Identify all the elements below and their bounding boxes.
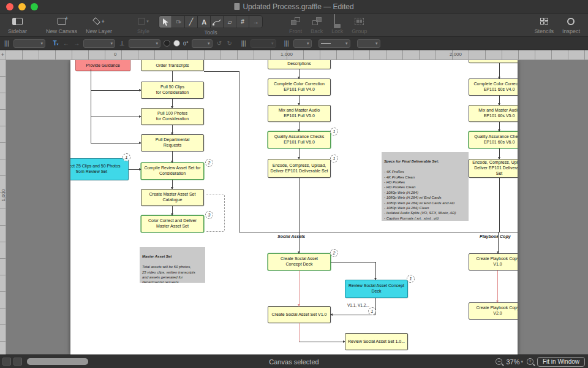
stroke-pattern-select[interactable]: ▾ (293, 39, 312, 48)
review-badge[interactable]: 1 (330, 128, 338, 136)
note-master-asset-set[interactable]: Master Asset Set Total assets will be 50… (140, 247, 205, 283)
node-qa-60s[interactable]: Quality Assurance Checks EP101 60s V6.0 (469, 131, 518, 148)
node-social-concept-deck[interactable]: Create Social Asset Concept Deck (268, 253, 331, 270)
review-badge[interactable]: 1 (123, 153, 130, 161)
connector (299, 69, 300, 79)
canvas-list-button[interactable] (2, 358, 11, 366)
browse-tool-button[interactable]: → (249, 16, 262, 28)
rotate-cw-icon[interactable]: ↻ (226, 40, 233, 47)
diagram-tool-button[interactable]: ▱ (224, 16, 236, 28)
vertical-ruler[interactable]: 1,000 (0, 60, 6, 355)
connector-red (497, 270, 498, 302)
back-button[interactable]: Back (311, 15, 323, 34)
close-window-button[interactable] (6, 3, 13, 10)
rotate-ccw-icon[interactable]: ↺ (216, 40, 223, 47)
shape-tool-button[interactable]: □○ (172, 16, 185, 28)
node-color-correction-full[interactable]: Complete Color Correction EP101 Full V4.… (268, 79, 331, 96)
stroke-pattern-icon[interactable]: ||| (283, 40, 290, 47)
node-social-set-v1[interactable]: Create Social Asset Set V1.0 (268, 306, 331, 323)
zoom-window-button[interactable] (31, 3, 38, 10)
node-playbook-v1[interactable]: Create Playbook Copy V1.0 (469, 253, 518, 270)
inspect-button[interactable]: Inspect (562, 15, 580, 34)
canvas-page[interactable]: Social Assets Playbook Copy V1.1, V1.2..… (70, 60, 518, 355)
lock-label: Lock (331, 28, 343, 34)
pointer-icon (162, 18, 169, 26)
text-tool-button[interactable]: A (198, 16, 211, 28)
arrowhead-select[interactable]: ▾ (357, 39, 380, 48)
artboard-tool-button[interactable]: # (236, 16, 249, 28)
zoom-level-select[interactable]: 37% ▾ (506, 358, 523, 366)
stroke-weight-select[interactable]: ▾ (318, 39, 350, 48)
selection-tool-button[interactable] (159, 16, 172, 28)
connect-left-icon[interactable]: ← (62, 40, 70, 47)
note-body: Total assets will be 50 photos, 25 video… (142, 264, 203, 283)
position-select[interactable]: ▾ (129, 39, 160, 48)
node-create-catalogue[interactable]: Create Master Asset Set Catalogue (141, 189, 204, 206)
node-descriptions[interactable]: Descriptions (268, 60, 331, 69)
sidebar-label: Sidebar (8, 28, 27, 34)
new-layer-button[interactable]: + New Layer (86, 15, 112, 34)
review-badge[interactable]: 1 (330, 155, 338, 163)
zoom-in-icon[interactable]: + (527, 358, 533, 365)
stencils-button[interactable]: Stencils (534, 15, 554, 34)
new-canvas-button[interactable]: + New Canvas (46, 15, 77, 34)
page-setup-button[interactable] (13, 358, 22, 366)
ruler-origin[interactable]: + (0, 50, 6, 60)
review-badge[interactable]: 2 (330, 249, 338, 257)
fill-color-well[interactable] (164, 40, 170, 47)
node-order-transcripts[interactable]: Order Transcripts (141, 60, 204, 71)
zoom-out-icon[interactable]: − (496, 358, 502, 365)
node-review-social-v1[interactable]: Review Social Asset Set 1.0... (345, 333, 408, 350)
style-icon: ▾ (138, 15, 149, 27)
front-button[interactable]: Front (289, 15, 302, 34)
distribute-icon[interactable]: ⊥ (118, 40, 126, 47)
horizontal-ruler[interactable]: 0 1,000 2,000 (6, 50, 588, 60)
node-provide-guidance[interactable]: Provide Guidance (75, 60, 130, 71)
stroke-color-well[interactable] (173, 40, 180, 47)
sidebar-toggle[interactable]: Sidebar (8, 15, 27, 34)
node-qa-full[interactable]: Quality Assurance Checks EP101 Full V6.0 (268, 131, 331, 148)
canvas-background[interactable]: Social Assets Playbook Copy V1.1, V1.2..… (6, 60, 588, 355)
node-compile-review-set[interactable]: Compile Review Asset Set for Considerati… (141, 163, 204, 180)
line-style-select[interactable]: ▾ (251, 39, 276, 48)
node-select-clips[interactable]: Select 25 Clips and 50 Photos from Revie… (70, 158, 129, 180)
node-mix-master-60s[interactable]: Mix and Master Audio EP101 60s V5.0 (469, 105, 518, 122)
lock-button[interactable]: Lock (331, 15, 343, 34)
node-review-social-concept[interactable]: Review Social Asset Concept Deck (345, 280, 408, 298)
review-badge[interactable]: 1 (368, 307, 376, 315)
node-encode-deliver-60s[interactable]: Encode, Compress, Upload, Deliver EP101 … (469, 159, 518, 178)
node-encode-deliver-full[interactable]: Encode, Compress, Upload, Deliver EP101 … (268, 159, 331, 178)
geometry-select[interactable]: ▾ (13, 39, 45, 48)
node-color-correction-60s[interactable]: Complete Color Correction EP101 60s V4.0 (469, 79, 518, 96)
fit-in-window-button[interactable]: Fit in Window (537, 357, 585, 367)
connector (331, 262, 375, 263)
review-badge[interactable]: 3 (205, 211, 213, 219)
style-button[interactable]: ▾ Style (137, 15, 149, 34)
node-playbook-v2[interactable]: Create Playbook Copy V2.0 (469, 302, 518, 320)
pen-tool-button[interactable] (211, 16, 224, 28)
version-annotation: V1.1, V1.2... (347, 303, 369, 307)
review-badge[interactable]: 1 (407, 275, 415, 283)
node-pull-50-clips[interactable]: Pull 50 Clips for Consideration (141, 82, 204, 99)
text-position-icon[interactable]: T▾ (52, 40, 59, 47)
group-button[interactable]: Group (352, 15, 367, 34)
format-bar: ||| ▾ T▾ ← → ▾ ⊥ ▾ 0° ▾ ↺ ↻ ||| ▾ ||| ▾ … (0, 37, 588, 50)
line-spacing-icon[interactable]: ||| (240, 40, 247, 47)
new-canvas-icon: + (58, 15, 66, 27)
node-color-correct-master[interactable]: Color Correct and Deliver Master Asset S… (141, 215, 204, 232)
node-mix-master-full[interactable]: Mix and Master Audio EP101 Full V5.0 (268, 105, 331, 122)
section-label-playbook: Playbook Copy (480, 234, 511, 239)
node-partial-top-right[interactable] (469, 60, 518, 63)
horizontal-scrollbar-thumb[interactable] (27, 358, 88, 365)
line-tool-button[interactable]: ╱ (185, 16, 198, 28)
size-select[interactable]: ▾ (83, 39, 115, 48)
minimize-window-button[interactable] (18, 3, 26, 10)
review-badge[interactable]: 2 (205, 159, 213, 167)
zoom-controls: − 37% ▾ + Fit in Window (496, 357, 585, 367)
align-lines-icon[interactable]: ||| (3, 40, 10, 47)
connect-right-icon[interactable]: → (73, 40, 80, 47)
rotation-select[interactable]: ▾ (192, 39, 213, 48)
node-pull-100-photos[interactable]: Pull 100 Photos for Consideration (141, 108, 204, 125)
note-deliverable-specs[interactable]: Specs for Final Deliverable Set: - 4K Pr… (382, 152, 469, 221)
node-pull-departmental[interactable]: Pull Departmental Requests (141, 134, 204, 151)
